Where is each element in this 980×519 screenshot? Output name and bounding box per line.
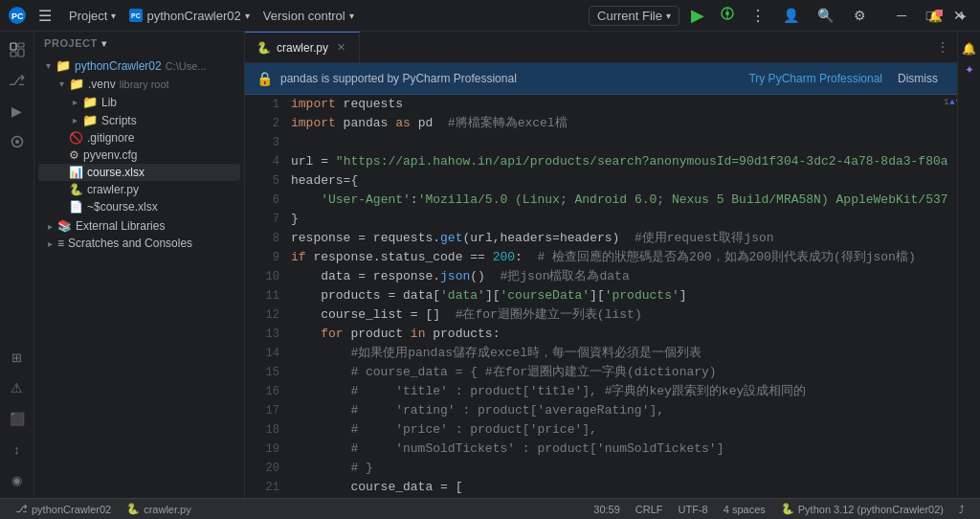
venv-arrow: ▾ (54, 79, 69, 89)
right-ai-icon[interactable]: ✦ (960, 60, 979, 79)
status-python[interactable]: 🐍 Python 3.12 (pythonCrawler02) (773, 499, 951, 520)
code-line-16: # 'title' : product['title'], #字典的key跟索到… (291, 382, 944, 401)
project-label: Project (69, 9, 107, 23)
hamburger-menu[interactable]: ☰ (34, 3, 56, 29)
status-branch[interactable]: ⎇ pythonCrawler02 (8, 499, 119, 520)
dismiss-button[interactable]: Dismiss (890, 70, 946, 87)
activity-project-icon[interactable] (3, 35, 32, 64)
activity-run-icon[interactable]: ▶ (3, 97, 32, 125)
ln-8: 8 (245, 229, 279, 248)
code-line-1: import requests (291, 95, 944, 114)
activity-git-icon[interactable]: ↕ (3, 435, 32, 463)
code-line-21: course_data = [ (291, 478, 944, 497)
code-line-12: course_list = [] #在for迴圈外建立一列表(list) (291, 305, 944, 325)
ln-4: 4 (245, 152, 279, 171)
version-control-button[interactable]: Version control ▾ (257, 7, 360, 25)
run-button[interactable]: ▶ (687, 1, 708, 30)
code-line-10: data = response.json() #把json檔取名為data (291, 267, 944, 286)
activity-plugins-icon[interactable]: ⊞ (3, 343, 32, 372)
vc-chevron: ▾ (349, 11, 354, 21)
code-line-11: products = data['data']['courseData']['p… (291, 286, 944, 305)
account-button[interactable]: 👤 (777, 2, 804, 29)
sidebar-item-gitignore[interactable]: 🚫 .gitignore (38, 129, 240, 147)
encoding-text: UTF-8 (679, 504, 708, 515)
scroll-up-arrow: 1▲▼ (947, 95, 957, 110)
code-line-20: # } (291, 459, 944, 478)
status-indent[interactable]: 4 spaces (716, 499, 773, 520)
code-line-6: 'User-Agent':'Mozilla/5.0 (Linux; Androi… (291, 191, 944, 210)
notif-shield-icon: 🔒 (256, 71, 273, 86)
tab-close-button[interactable]: ✕ (334, 41, 347, 55)
current-file-button[interactable]: Current File ▾ (589, 6, 679, 26)
right-notifications-icon[interactable]: 🔔 (960, 39, 979, 58)
tab-crawler-py[interactable]: 🐍 crawler.py ✕ (245, 32, 360, 62)
activity-debug-icon[interactable] (3, 127, 32, 156)
right-panel: 🔔 ✦ (957, 32, 980, 498)
sidebar-item-venv[interactable]: ▾ 📁 .venv library root (38, 75, 240, 93)
titlebar: PC ☰ Project ▾ PC pythonCrawler02 ▾ Vers… (0, 0, 980, 32)
ln-11: 11 (245, 286, 279, 305)
code-line-18: # 'price' : product['price'], (291, 420, 944, 440)
sidebar-item-scripts[interactable]: ▸ 📁 Scripts (38, 111, 240, 129)
sidebar-item-pyvenv[interactable]: ⚙ pyvenv.cfg (38, 147, 240, 164)
sidebar-item-tmp-xlsx[interactable]: 📄 ~$course.xlsx (38, 198, 240, 215)
code-line-13: for product in products: (291, 325, 944, 344)
code-editor[interactable]: 1 2 3 4 5 6 7 8 9 10 11 12 13 14 15 16 1… (245, 95, 957, 498)
root-label: pythonCrawler02 (75, 59, 162, 73)
code-line-3 (291, 133, 944, 152)
sidebar-item-external-libraries[interactable]: ▸ 📚 External Libraries (38, 217, 240, 235)
venv-label: .venv (88, 78, 116, 91)
code-line-9: if response.status_code == 200: # 檢查回應的狀… (291, 248, 944, 267)
ai-button[interactable]: ✦ (951, 6, 972, 27)
sidebar-item-lib[interactable]: ▸ 📁 Lib (38, 93, 240, 111)
search-button[interactable]: 🔍 (812, 2, 838, 29)
current-file-label: Current File (597, 9, 662, 23)
lib-label: Lib (101, 96, 117, 109)
ln-22: 22 (245, 497, 279, 498)
xlsx-icon: 📊 (69, 166, 83, 179)
status-position[interactable]: 30:59 (586, 499, 628, 520)
sidebar-item-root[interactable]: ▾ 📁 pythonCrawler02 C:\Use... (38, 56, 240, 75)
notification-bell[interactable]: 🔔 (924, 6, 946, 27)
minimize-button[interactable]: ─ (888, 2, 915, 29)
activity-profile-icon[interactable]: ◉ (3, 465, 32, 494)
ln-14: 14 (245, 344, 279, 363)
activity-commit-icon[interactable]: ⎇ (3, 66, 32, 95)
svg-rect-8 (18, 43, 24, 47)
ln-3: 3 (245, 133, 279, 152)
scratches-label: Scratches and Consoles (68, 237, 192, 250)
status-share[interactable]: ⤴ (951, 499, 972, 520)
sidebar-item-crawler-py[interactable]: 🐍 crawler.py (38, 181, 240, 198)
tmp-label: ~$course.xlsx (87, 200, 158, 214)
svg-rect-7 (11, 43, 16, 50)
status-line-ending[interactable]: CRLF (628, 499, 671, 520)
fold-indicator: 1▲▼ (944, 95, 957, 112)
crawler-py-label: crawler.py (87, 183, 139, 196)
version-control-label: Version control (263, 9, 345, 23)
svg-rect-10 (11, 52, 16, 56)
activity-terminal-icon[interactable]: ⬛ (3, 404, 32, 433)
sidebar-item-course-xlsx[interactable]: 📊 course.xlsx (38, 164, 240, 181)
notification-text: pandas is supported by PyCharm Professio… (280, 72, 741, 85)
ln-7: 7 (245, 210, 279, 229)
code-line-14: #如果使用pandas儲存成excel時，每一個資料必須是一個列表 (291, 344, 944, 363)
debug-icon (720, 6, 735, 21)
project-button[interactable]: Project ▾ (63, 7, 122, 25)
more-options-button[interactable]: ⋮ (746, 3, 769, 29)
notification-banner: 🔒 pandas is supported by PyCharm Profess… (245, 63, 957, 95)
debug-button[interactable] (716, 2, 739, 29)
code-content[interactable]: import requests import pandas as pd #將檔案… (287, 95, 947, 498)
settings-button[interactable]: ⚙ (846, 2, 873, 29)
lib-icon: 📁 (82, 95, 98, 109)
try-pycharm-link[interactable]: Try PyCharm Professional (748, 72, 882, 85)
svg-text:PC: PC (131, 12, 141, 19)
sidebar-item-scratches[interactable]: ▸ ≡ Scratches and Consoles (38, 235, 240, 252)
status-file[interactable]: 🐍 crawler.py (119, 499, 199, 520)
activity-problems-icon[interactable]: ⚠ (3, 373, 32, 402)
gitignore-label: .gitignore (87, 131, 134, 145)
sidebar: Project ▾ ▾ 📁 pythonCrawler02 C:\Use... … (34, 32, 245, 498)
tab-more-button[interactable]: ⋮ (928, 32, 957, 62)
status-encoding[interactable]: UTF-8 (671, 499, 716, 520)
editor-scrollbar[interactable]: 1▲▼ (947, 95, 957, 498)
indent-text: 4 spaces (724, 504, 766, 515)
